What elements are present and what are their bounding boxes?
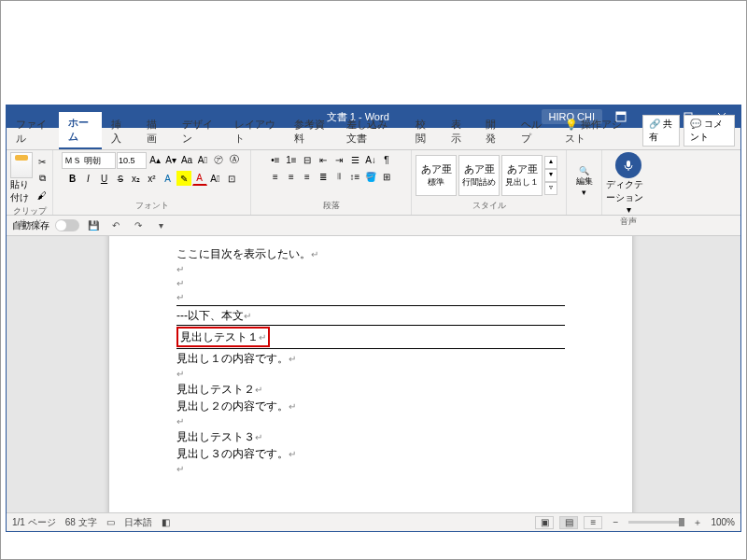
zoom-in-button[interactable]: ＋ [690,515,705,530]
autosave-toggle[interactable] [55,219,79,231]
tab-insert[interactable]: 挿入 [102,114,137,149]
save-button[interactable]: 💾 [85,217,102,234]
tab-design[interactable]: デザイン [173,114,225,149]
font-size-select[interactable] [117,152,147,169]
style-normal[interactable]: あア亜標準 [416,155,457,196]
paragraph-group-label: 段落 [255,199,407,213]
tab-draw[interactable]: 描画 [137,114,173,149]
status-page[interactable]: 1/1 ページ [12,516,56,529]
svg-rect-6 [627,161,630,167]
asian-layout-button[interactable]: ☰ [347,152,362,167]
text-effects-button[interactable]: A [161,171,176,186]
multilevel-button[interactable]: ⊟ [300,152,315,167]
char-shading-button[interactable]: A⃞ [208,171,223,186]
show-marks-button[interactable]: ¶ [379,152,394,167]
tab-file[interactable]: ファイル [7,114,59,149]
style-group-label: スタイル [416,199,562,213]
clipboard-group-label: クリップボード [10,204,49,231]
tab-view[interactable]: 表示 [442,114,477,149]
align-center-button[interactable]: ≡ [284,169,299,184]
phonetic-button[interactable]: ㋐ [211,152,226,167]
document-body[interactable]: ここに目次を表示したい。↵ ↵ ↵ ↵ ---以下、本文↵ 見出しテスト１↵ 見… [176,245,565,476]
distribute-button[interactable]: ⫴ [331,169,346,184]
clipboard-icon [10,152,33,178]
heading1-highlight: 見出しテスト１↵ [176,327,270,347]
decrease-indent-button[interactable]: ⇤ [316,152,331,167]
status-word-count[interactable]: 68 文字 [65,516,97,529]
font-name-select[interactable] [62,152,116,169]
align-right-button[interactable]: ≡ [300,169,315,184]
tab-developer[interactable]: 開発 [476,114,512,149]
tab-help[interactable]: ヘルプ [512,114,556,149]
style-expand[interactable]: ▿ [544,182,557,195]
tell-me[interactable]: 💡 操作アシスト [556,114,637,149]
share-button[interactable]: 🔗 共有 [642,115,680,147]
tab-layout[interactable]: レイアウト [225,114,286,149]
paste-button[interactable]: 貼り付け [10,152,33,204]
sort-button[interactable]: A↓ [363,152,378,167]
voice-group-label: 音声 [606,215,651,229]
change-case-button[interactable]: Aa [179,152,194,167]
view-web-button[interactable]: ≡ [584,516,602,529]
style-no-spacing[interactable]: あア亜行間詰め [458,155,500,196]
numbering-button[interactable]: 1≡ [284,152,299,167]
style-heading1[interactable]: あア亜見出し１ [501,155,543,196]
increase-indent-button[interactable]: ⇥ [331,152,346,167]
highlight-button[interactable]: ✎ [176,171,191,186]
clear-format-button[interactable]: A⃠ [195,152,210,167]
style-scroll-up[interactable]: ▴ [544,156,557,169]
tab-mailings[interactable]: 差し込み文書 [337,114,406,149]
line-spacing-button[interactable]: ↕≡ [347,169,362,184]
tab-home[interactable]: ホーム [59,112,103,149]
justify-button[interactable]: ≣ [316,169,331,184]
superscript-button[interactable]: x² [145,171,160,186]
shading-button[interactable]: 🪣 [363,169,378,184]
cut-button[interactable]: ✂ [35,154,49,169]
undo-button[interactable]: ↶ [107,217,124,234]
char-border-button[interactable]: ⊡ [224,171,239,186]
copy-button[interactable]: ⧉ [35,171,49,186]
redo-button[interactable]: ↷ [130,217,147,234]
shrink-font-button[interactable]: A▾ [163,152,178,167]
zoom-out-button[interactable]: − [608,515,623,530]
tab-references[interactable]: 参考資料 [285,114,337,149]
format-painter-button[interactable]: 🖌 [35,188,49,203]
style-scroll-down[interactable]: ▾ [544,169,557,182]
status-language[interactable]: 日本語 [124,516,152,529]
font-color-button[interactable]: A [192,171,207,186]
page[interactable]: ここに目次を表示したい。↵ ↵ ↵ ↵ ---以下、本文↵ 見出しテスト１↵ 見… [109,236,632,512]
borders-button[interactable]: ⊞ [379,169,394,184]
qat-customize[interactable]: ▾ [152,217,169,234]
editing-menu[interactable]: 🔍編集▾ [571,166,598,197]
dictation-button[interactable]: ディクテーション▾ [606,152,651,215]
zoom-slider[interactable] [628,521,684,524]
enclose-button[interactable]: Ⓐ [227,152,242,167]
document-area[interactable]: ここに目次を表示したい。↵ ↵ ↵ ↵ ---以下、本文↵ 見出しテスト１↵ 見… [7,236,740,512]
comment-button[interactable]: 💬 コメント [684,115,735,147]
grow-font-button[interactable]: A▴ [148,152,162,167]
strike-button[interactable]: S̶ [113,171,128,186]
bold-button[interactable]: B [65,171,80,186]
status-macro-icon[interactable]: ◧ [162,517,170,527]
status-proofing-icon[interactable]: ▭ [106,517,115,527]
bullets-button[interactable]: •≡ [268,152,283,167]
microphone-icon [615,152,641,178]
font-group-label: フォント [57,199,247,213]
italic-button[interactable]: I [81,171,96,186]
subscript-button[interactable]: x₂ [129,171,144,186]
underline-button[interactable]: U [97,171,112,186]
zoom-level[interactable]: 100% [711,517,735,527]
view-focus-button[interactable]: ▣ [535,516,554,529]
tab-review[interactable]: 校閲 [406,114,442,149]
align-left-button[interactable]: ≡ [268,169,283,184]
view-print-button[interactable]: ▤ [559,516,578,529]
